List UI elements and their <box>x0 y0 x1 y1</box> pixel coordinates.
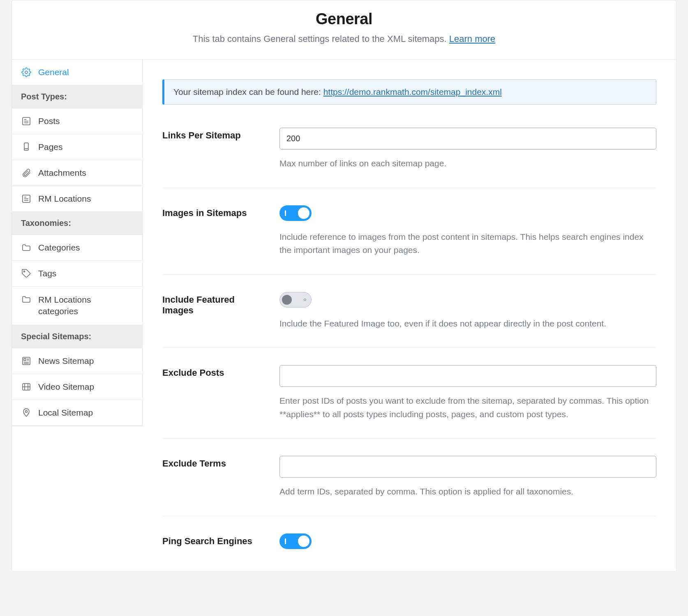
field-label: Ping Search Engines <box>162 533 267 547</box>
folder-icon <box>21 242 32 253</box>
field-help: Include the Featured Image too, even if … <box>279 317 656 331</box>
links-per-sitemap-input[interactable] <box>279 128 656 149</box>
svg-point-0 <box>25 71 28 74</box>
exclude-terms-input[interactable] <box>279 456 656 478</box>
sidebar-item-video-sitemap[interactable]: Video Sitemap <box>12 374 142 400</box>
sidebar-item-rm-locations[interactable]: RM Locations <box>12 186 142 212</box>
sidebar-item-label: Attachments <box>38 168 86 178</box>
field-help: Add term IDs, separated by comma. This o… <box>279 485 656 499</box>
sidebar-item-general[interactable]: General <box>12 60 142 85</box>
tag-icon <box>21 268 32 279</box>
map-pin-icon <box>21 407 32 418</box>
sidebar-item-label: Pages <box>38 142 63 152</box>
gear-icon <box>21 67 32 78</box>
sidebar-item-news-sitemap[interactable]: News Sitemap <box>12 348 142 374</box>
sidebar-item-label: General <box>38 67 69 77</box>
folder-icon <box>21 294 32 305</box>
sidebar-item-label: Posts <box>38 116 60 126</box>
sidebar-item-posts[interactable]: Posts <box>12 108 142 134</box>
subtitle-text: This tab contains General settings relat… <box>193 34 449 44</box>
field-exclude-terms: Exclude Terms Add term IDs, separated by… <box>162 456 656 516</box>
exclude-posts-input[interactable] <box>279 365 656 387</box>
page-subtitle: This tab contains General settings relat… <box>28 34 660 44</box>
ping-search-engines-toggle[interactable] <box>279 533 312 549</box>
toggle-on-indicator-icon <box>285 210 286 216</box>
post-icon <box>21 193 32 204</box>
field-label: Links Per Sitemap <box>162 128 267 141</box>
field-exclude-posts: Exclude Posts Enter post IDs of posts yo… <box>162 365 656 439</box>
sitemap-url-link[interactable]: https://demo.rankmath.com/sitemap_index.… <box>323 87 502 97</box>
post-icon <box>21 116 32 126</box>
page-title: General <box>28 10 660 28</box>
sidebar-item-label: RM Locations <box>38 194 91 204</box>
sidebar-section-special: Special Sitemaps: <box>12 325 142 348</box>
field-help: Include reference to images from the pos… <box>279 230 656 257</box>
sidebar-item-label: Categories <box>38 243 80 253</box>
settings-sidebar: General Post Types: Posts Pages Attac <box>12 60 143 426</box>
sidebar-item-label: Tags <box>38 269 56 278</box>
field-label: Exclude Terms <box>162 456 267 469</box>
video-icon <box>21 382 32 392</box>
field-images-in-sitemaps: Images in Sitemaps Include reference to … <box>162 205 656 275</box>
sidebar-item-label: News Sitemap <box>38 356 94 366</box>
field-links-per-sitemap: Links Per Sitemap Max number of links on… <box>162 128 656 188</box>
sidebar-item-tags[interactable]: Tags <box>12 261 142 287</box>
sidebar-item-categories[interactable]: Categories <box>12 235 142 261</box>
svg-point-21 <box>25 410 28 412</box>
field-include-featured-images: Include Featured Images Include the Feat… <box>162 292 656 348</box>
sidebar-section-post-types: Post Types: <box>12 85 142 108</box>
sidebar-item-label: RM Locations categories <box>38 294 133 317</box>
field-help: Max number of links on each sitemap page… <box>279 157 656 170</box>
sitemap-notice: Your sitemap index can be found here: ht… <box>162 79 656 105</box>
svg-rect-12 <box>24 359 26 361</box>
page-icon <box>21 142 32 152</box>
svg-point-10 <box>24 271 25 272</box>
field-label: Include Featured Images <box>162 292 267 316</box>
sidebar-section-taxonomies: Taxonomies: <box>12 212 142 235</box>
sidebar-item-attachments[interactable]: Attachments <box>12 160 142 186</box>
images-in-sitemaps-toggle[interactable] <box>279 205 312 221</box>
attachment-icon <box>21 168 32 178</box>
toggle-knob-icon <box>298 536 309 547</box>
field-label: Exclude Posts <box>162 365 267 378</box>
sidebar-item-label: Local Sitemap <box>38 408 93 418</box>
learn-more-link[interactable]: Learn more <box>449 34 496 44</box>
sidebar-item-local-sitemap[interactable]: Local Sitemap <box>12 400 142 426</box>
sidebar-item-pages[interactable]: Pages <box>12 134 142 160</box>
page-header: General This tab contains General settin… <box>12 0 676 60</box>
settings-main: Your sitemap index can be found here: ht… <box>143 60 676 571</box>
svg-rect-5 <box>24 143 28 149</box>
toggle-on-indicator-icon <box>285 538 286 544</box>
toggle-knob-icon <box>298 207 309 219</box>
include-featured-images-toggle[interactable] <box>279 292 312 308</box>
news-icon <box>21 356 32 366</box>
field-label: Images in Sitemaps <box>162 205 267 218</box>
field-ping-search-engines: Ping Search Engines <box>162 533 656 551</box>
toggle-off-indicator-icon <box>304 299 306 301</box>
field-help: Enter post IDs of posts you want to excl… <box>279 394 656 421</box>
toggle-knob-icon <box>282 295 292 305</box>
notice-text: Your sitemap index can be found here: <box>173 87 323 97</box>
sidebar-item-label: Video Sitemap <box>38 382 94 392</box>
sidebar-item-rm-locations-categories[interactable]: RM Locations categories <box>12 287 142 325</box>
